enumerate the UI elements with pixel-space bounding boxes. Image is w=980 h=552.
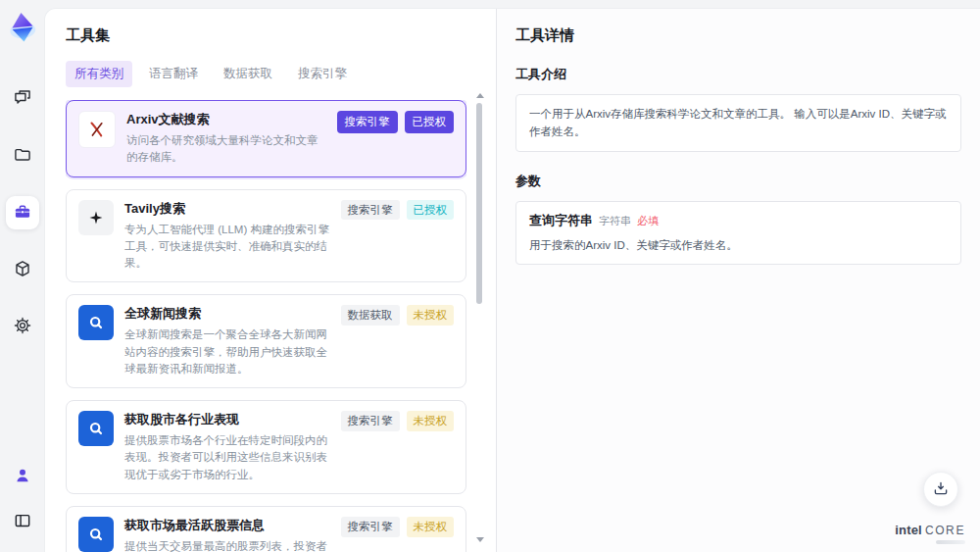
download-button[interactable] — [923, 472, 958, 507]
tool-card-text: 获取股市各行业表现 提供股票市场各个行业在特定时间段内的表现。投资者可以利用这些… — [124, 411, 330, 483]
intro-box: 一个用于从Arxiv存储库搜索科学论文和文章的工具。 输入可以是Arxiv ID… — [515, 94, 961, 152]
user-icon — [13, 466, 32, 488]
category-badge: 搜索引擎 — [337, 111, 398, 133]
auth-status-badge: 未授权 — [407, 305, 455, 326]
tool-description: 提供股票市场各个行业在特定时间段内的表现。投资者可以利用这些信息来识别表现优于或… — [124, 432, 330, 483]
tool-card-arxiv[interactable]: Arxiv文献搜索 访问各个研究领域大量科学论文和文章的存储库。 搜索引擎 已授… — [66, 100, 466, 177]
tool-badges: 搜索引擎 已授权 — [341, 200, 455, 221]
category-badge: 数据获取 — [341, 305, 400, 326]
detail-title: 工具详情 — [515, 26, 961, 45]
intel-core-logo: intelcore — [895, 522, 965, 544]
main-panel: 工具集 所有类别 语言翻译 数据获取 搜索引擎 A — [44, 8, 980, 552]
gear-icon — [13, 316, 32, 338]
param-description: 用于搜索的Arxiv ID、关键字或作者姓名。 — [529, 236, 948, 254]
tab-search-engine[interactable]: 搜索引擎 — [289, 61, 356, 87]
tab-all-categories[interactable]: 所有类别 — [66, 61, 132, 87]
chat-icon — [13, 88, 32, 111]
left-sidebar — [0, 0, 44, 552]
param-header: 查询字符串 字符串 必填 — [529, 212, 948, 229]
tool-name: 获取市场最活跃股票信息 — [124, 517, 330, 534]
cube-icon — [13, 259, 32, 281]
tool-name: 获取股市各行业表现 — [124, 411, 330, 428]
tool-card-most-active-stocks[interactable]: 获取市场最活跃股票信息 提供当天交易量最高的股票列表，投资者可以利用这些信息来识… — [66, 506, 466, 552]
category-badge: 搜索引擎 — [341, 517, 400, 537]
tool-name: 全球新闻搜索 — [124, 305, 330, 323]
user-profile-button[interactable] — [6, 460, 39, 493]
tool-card-tavily[interactable]: Tavily搜索 专为人工智能代理 (LLM) 构建的搜索引擎工具，可快速提供实… — [66, 189, 466, 283]
search-app-icon — [78, 305, 114, 340]
toolbox-icon — [13, 202, 32, 225]
brand-core-text: core — [925, 524, 965, 537]
sidebar-item-chat[interactable] — [6, 82, 39, 116]
brand-ultra-bar — [936, 540, 965, 544]
sidebar-item-tools[interactable] — [6, 196, 39, 229]
search-app-icon — [78, 411, 114, 446]
tool-badges: 搜索引擎 已授权 — [337, 111, 455, 133]
sidebar-item-packages[interactable] — [6, 253, 39, 286]
tool-card-text: 获取市场最活跃股票信息 提供当天交易量最高的股票列表，投资者可以利用这些信息来识… — [124, 517, 330, 552]
list-scrollbar[interactable] — [475, 91, 484, 544]
category-badge: 搜索引擎 — [341, 411, 400, 431]
tavily-sparkle-icon — [78, 200, 114, 235]
download-icon — [932, 479, 950, 500]
category-tabs: 所有类别 语言翻译 数据获取 搜索引擎 — [66, 61, 466, 87]
arxiv-logo-icon — [78, 111, 116, 148]
param-required-flag: 必填 — [637, 214, 659, 228]
category-badge: 搜索引擎 — [341, 200, 400, 221]
scroll-up-arrow-icon[interactable] — [476, 93, 484, 98]
tool-name: Arxiv文献搜索 — [126, 111, 326, 128]
tool-description: 全球新闻搜索是一个聚合全球各大新闻网站内容的搜索引擎，帮助用户快速获取全球最新资… — [124, 326, 330, 377]
params-heading: 参数 — [515, 173, 961, 190]
tool-list-panel: 工具集 所有类别 语言翻译 数据获取 搜索引擎 A — [45, 9, 496, 552]
scroll-down-arrow-icon[interactable] — [476, 537, 484, 542]
panel-layout-icon — [13, 511, 32, 533]
tool-description: 专为人工智能代理 (LLM) 构建的搜索引擎工具，可快速提供实时、准确和真实的结… — [124, 222, 330, 273]
sidebar-bottom — [6, 460, 39, 538]
tool-card-sector-performance[interactable]: 获取股市各行业表现 提供股票市场各个行业在特定时间段内的表现。投资者可以利用这些… — [66, 400, 466, 494]
tool-card-text: Arxiv文献搜索 访问各个研究领域大量科学论文和文章的存储库。 — [126, 111, 326, 167]
intro-text: 一个用于从Arxiv存储库搜索科学论文和文章的工具。 输入可以是Arxiv ID… — [529, 105, 948, 141]
tool-description: 提供当天交易量最高的股票列表，投资者可以利用这些信息来识别流动性强的股票和潜在的… — [124, 538, 330, 552]
tool-detail-panel: 工具详情 工具介绍 一个用于从Arxiv存储库搜索科学论文和文章的工具。 输入可… — [496, 9, 980, 552]
tab-data-fetching[interactable]: 数据获取 — [215, 61, 281, 87]
sidebar-item-files[interactable] — [6, 139, 39, 173]
scrollbar-thumb[interactable] — [476, 103, 482, 304]
param-box: 查询字符串 字符串 必填 用于搜索的Arxiv ID、关键字或作者姓名。 — [515, 201, 961, 265]
search-app-icon — [78, 517, 114, 552]
tool-list: Arxiv文献搜索 访问各个研究领域大量科学论文和文章的存储库。 搜索引擎 已授… — [66, 100, 466, 552]
intro-heading: 工具介绍 — [515, 66, 961, 83]
param-type: 字符串 — [599, 214, 631, 228]
brand-intel-text: intel — [895, 523, 922, 537]
auth-status-badge: 未授权 — [407, 517, 455, 537]
tool-card-text: Tavily搜索 专为人工智能代理 (LLM) 构建的搜索引擎工具，可快速提供实… — [124, 200, 330, 273]
auth-status-badge: 已授权 — [407, 200, 455, 221]
tool-card-global-news[interactable]: 全球新闻搜索 全球新闻搜索是一个聚合全球各大新闻网站内容的搜索引擎，帮助用户快速… — [66, 294, 466, 388]
tab-language-translation[interactable]: 语言翻译 — [140, 61, 207, 87]
tool-badges: 数据获取 未授权 — [341, 305, 455, 326]
param-name: 查询字符串 — [529, 212, 593, 229]
folder-icon — [13, 145, 32, 168]
sidebar-item-settings[interactable] — [6, 310, 39, 343]
sidebar-nav — [6, 82, 39, 343]
tool-description: 访问各个研究领域大量科学论文和文章的存储库。 — [126, 132, 326, 167]
tool-card-text: 全球新闻搜索 全球新闻搜索是一个聚合全球各大新闻网站内容的搜索引擎，帮助用户快速… — [124, 305, 330, 377]
collapse-sidebar-button[interactable] — [6, 505, 39, 538]
tool-name: Tavily搜索 — [124, 200, 330, 218]
auth-status-badge: 未授权 — [407, 411, 455, 431]
app-logo-icon — [3, 8, 42, 47]
tool-badges: 搜索引擎 未授权 — [341, 517, 455, 537]
tool-badges: 搜索引擎 未授权 — [341, 411, 455, 431]
app-root: 工具集 所有类别 语言翻译 数据获取 搜索引擎 A — [0, 0, 980, 552]
auth-status-badge: 已授权 — [405, 111, 455, 133]
page-title: 工具集 — [66, 26, 466, 45]
